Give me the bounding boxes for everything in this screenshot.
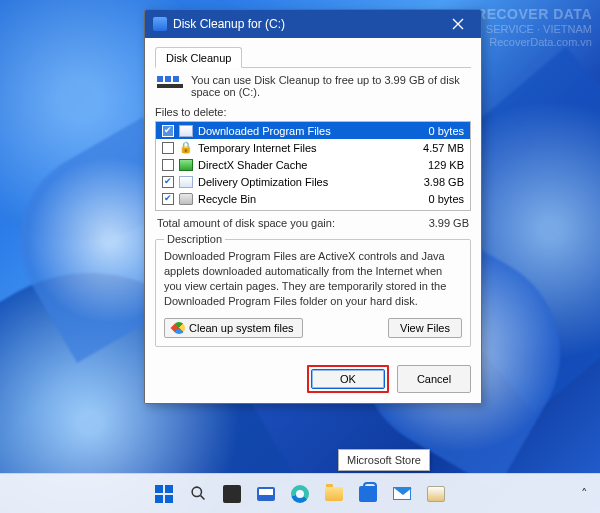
clean-system-files-button[interactable]: Clean up system files	[164, 318, 303, 338]
file-list-row[interactable]: DirectX Shader Cache129 KB	[156, 156, 470, 173]
file-size: 129 KB	[410, 159, 464, 171]
folder-icon	[325, 487, 343, 501]
edge-icon	[291, 485, 309, 503]
lock-icon: 🔒	[179, 142, 193, 154]
cancel-button[interactable]: Cancel	[397, 365, 471, 393]
shield-icon	[171, 320, 188, 337]
tab-strip: Disk Cleanup	[155, 46, 471, 68]
taskbar-mail[interactable]	[388, 480, 416, 508]
app-icon	[427, 486, 445, 502]
file-name: Delivery Optimization Files	[198, 176, 405, 188]
file-size: 0 bytes	[410, 193, 464, 205]
close-icon	[452, 18, 464, 30]
disk-cleanup-icon	[153, 17, 167, 31]
view-files-button[interactable]: View Files	[388, 318, 462, 338]
window-title: Disk Cleanup for (C:)	[173, 17, 441, 31]
taskbar-search[interactable]	[184, 480, 212, 508]
file-list-row[interactable]: Downloaded Program Files0 bytes	[156, 122, 470, 139]
taskbar-explorer[interactable]	[320, 480, 348, 508]
close-button[interactable]	[441, 13, 475, 35]
file-checkbox[interactable]	[162, 193, 174, 205]
taskbar-task-view[interactable]	[218, 480, 246, 508]
watermark: RECOVER DATA SERVICE · VIETNAM RecoverDa…	[476, 6, 592, 49]
dx-icon	[179, 159, 193, 171]
file-checkbox[interactable]	[162, 159, 174, 171]
file-name: Recycle Bin	[198, 193, 405, 205]
start-button[interactable]	[150, 480, 178, 508]
description-legend: Description	[164, 233, 225, 245]
file-list-row[interactable]: Delivery Optimization Files3.98 GB	[156, 173, 470, 190]
file-size: 4.57 MB	[410, 142, 464, 154]
windows-icon	[155, 485, 173, 503]
file-icon	[179, 176, 193, 188]
file-name: Temporary Internet Files	[198, 142, 405, 154]
taskbar-app[interactable]	[422, 480, 450, 508]
file-list-row[interactable]: Recycle Bin0 bytes	[156, 190, 470, 207]
file-checkbox[interactable]	[162, 176, 174, 188]
bin-icon	[179, 193, 193, 205]
tab-disk-cleanup[interactable]: Disk Cleanup	[155, 47, 242, 68]
files-to-delete-label: Files to delete:	[155, 106, 471, 118]
task-view-icon	[223, 485, 241, 503]
store-icon	[359, 486, 377, 502]
chevron-up-icon[interactable]: ˄	[581, 486, 588, 501]
file-size: 3.98 GB	[410, 176, 464, 188]
taskbar-widgets[interactable]	[252, 480, 280, 508]
file-checkbox[interactable]	[162, 125, 174, 137]
total-value: 3.99 GB	[429, 217, 469, 229]
file-icon	[179, 125, 193, 137]
file-name: Downloaded Program Files	[198, 125, 405, 137]
widgets-icon	[257, 487, 275, 501]
file-size: 0 bytes	[410, 125, 464, 137]
disk-cleanup-dialog: Disk Cleanup for (C:) Disk Cleanup You c…	[144, 9, 482, 404]
titlebar[interactable]: Disk Cleanup for (C:)	[145, 10, 481, 38]
search-icon	[190, 485, 207, 502]
svg-point-0	[192, 487, 201, 496]
system-tray[interactable]: ˄	[581, 486, 588, 501]
svg-line-1	[200, 496, 204, 500]
description-group: Description Downloaded Program Files are…	[155, 233, 471, 347]
file-list[interactable]: Downloaded Program Files0 bytes🔒Temporar…	[155, 121, 471, 211]
taskbar: ˄	[0, 473, 600, 513]
annotation-highlight: OK	[307, 365, 389, 393]
taskbar-tooltip: Microsoft Store	[338, 449, 430, 471]
intro-text: You can use Disk Cleanup to free up to 3…	[191, 74, 469, 98]
mail-icon	[393, 487, 411, 500]
taskbar-store[interactable]	[354, 480, 382, 508]
ok-button[interactable]: OK	[311, 369, 385, 389]
drive-icon	[157, 76, 183, 94]
file-checkbox[interactable]	[162, 142, 174, 154]
file-name: DirectX Shader Cache	[198, 159, 405, 171]
total-label: Total amount of disk space you gain:	[157, 217, 335, 229]
taskbar-edge[interactable]	[286, 480, 314, 508]
file-list-row[interactable]: 🔒Temporary Internet Files4.57 MB	[156, 139, 470, 156]
description-text: Downloaded Program Files are ActiveX con…	[164, 249, 462, 308]
